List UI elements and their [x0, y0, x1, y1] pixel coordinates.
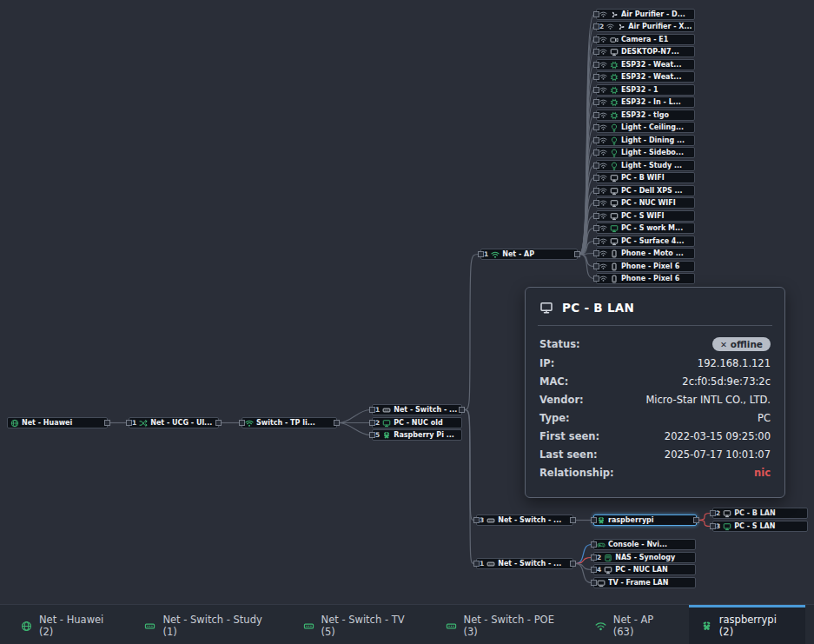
node-label: PC - NUC WIFI	[621, 198, 692, 208]
connector-port	[593, 74, 599, 80]
node-netap[interactable]: 1Net - AP	[480, 249, 578, 260]
node-ap19[interactable]: Phone - Moto ...	[596, 248, 695, 259]
node-label: Net - Huawei	[22, 418, 104, 428]
node-ap16[interactable]: PC - S WIFI	[596, 210, 695, 222]
node-ap9[interactable]: Light - Ceiling...	[596, 122, 695, 133]
detail-label: MAC:	[539, 375, 568, 388]
node-tvframe[interactable]: TV - Frame LAN	[593, 577, 696, 588]
node-ap15[interactable]: PC - NUC WIFI	[596, 197, 695, 209]
connector-port	[574, 251, 580, 257]
node-ap2[interactable]: Camera - E1	[596, 34, 695, 45]
connector-port	[593, 163, 599, 169]
node-label: Phone - Pixel 6	[621, 274, 692, 283]
connector-port	[593, 188, 599, 194]
node-rpi[interactable]: raspberrypi	[593, 515, 697, 526]
port-number-badge: 3	[716, 522, 720, 530]
node-ap10[interactable]: Light - Dining ...	[596, 135, 695, 146]
node-ap21[interactable]: Phone - Pixel 6	[596, 273, 695, 284]
port-number-badge: 2	[599, 23, 604, 30]
node-ap12[interactable]: Light - Study ...	[596, 160, 695, 171]
bulb-icon	[610, 149, 619, 157]
node-label: TV - Frame LAN	[608, 578, 692, 588]
node-ap11[interactable]: Light - Sidebo...	[596, 147, 695, 158]
node-console[interactable]: Console - Nvi...	[593, 539, 696, 550]
legend-tab-net-ap-63[interactable]: Net - AP (63)	[583, 605, 689, 644]
node-label: Net - AP	[502, 249, 574, 259]
chip-icon	[610, 73, 619, 82]
network-topology-app: Net - Huawei1Net - UCG - Ul...Switch - T…	[0, 0, 814, 644]
node-pc_s[interactable]: 3PC - S LAN	[712, 521, 808, 532]
node-nas[interactable]: 2NAS - Synology	[593, 552, 696, 563]
node-ap0[interactable]: Air Purifier - D...	[596, 9, 695, 20]
node-sw_c[interactable]: 1Net - Switch - ...	[476, 558, 573, 569]
wifi-icon	[599, 275, 607, 282]
node-ap17[interactable]: PC - S work M...	[596, 222, 695, 234]
node-ap1[interactable]: 2Air Purifier - X...	[596, 21, 695, 32]
legend-tab-net-switch-poe-3[interactable]: Net - Switch - POE (3)	[433, 605, 583, 644]
node-pc_b[interactable]: 2PC - B LAN	[712, 508, 808, 519]
port-number-badge: 1	[480, 560, 484, 568]
legend-tab-label: Net - AP (63)	[613, 614, 677, 638]
chip-icon	[610, 86, 619, 95]
node-nuc_old[interactable]: 2PC - NUC old	[372, 417, 462, 428]
connector-port	[593, 87, 599, 93]
raspberry-icon	[382, 431, 391, 440]
node-label: PC - Surface 4...	[621, 236, 692, 246]
node-ap20[interactable]: Phone - Pixel 6	[596, 261, 695, 272]
node-label: NAS - Synology	[615, 553, 692, 562]
port-number-badge: 2	[597, 554, 601, 561]
globe-icon	[10, 419, 19, 428]
legend-tab-net-switch-tv-5[interactable]: Net - Switch - TV (5)	[291, 605, 433, 644]
monitor-icon	[610, 224, 619, 233]
node-label: PC - S work M...	[621, 223, 692, 233]
node-ap5[interactable]: ESP32 - Weat...	[596, 71, 695, 83]
legend-tab-net-switch-study-1[interactable]: Net - Switch - Study (1)	[132, 605, 290, 644]
wifi-icon	[599, 162, 607, 169]
node-sw_b[interactable]: 3Net - Switch - ...	[476, 515, 573, 526]
monitor-icon	[610, 174, 619, 183]
node-ap4[interactable]: ESP32 - Weat...	[596, 59, 695, 70]
phone-icon	[610, 262, 619, 271]
node-label: Camera - E1	[621, 35, 692, 44]
switch-icon	[303, 621, 314, 632]
legend-tab-label: Net - Switch - Study (1)	[162, 614, 278, 638]
node-ap8[interactable]: ESP32 - tlgo	[596, 110, 695, 121]
node-label: ESP32 - In - L...	[621, 97, 692, 107]
connector-port	[593, 175, 599, 181]
tooltip-header: PC - B LAN	[538, 288, 772, 326]
legend-tab-net-huawei-2[interactable]: Net - Huawei (2)	[9, 605, 132, 644]
node-ap14[interactable]: PC - Dell XPS ...	[596, 185, 695, 196]
connector-port	[591, 554, 597, 561]
node-ap18[interactable]: PC - Surface 4...	[596, 236, 695, 247]
phone-icon	[610, 249, 619, 258]
node-label: PC - B LAN	[734, 508, 804, 518]
monitor-icon	[723, 522, 731, 531]
connector-port	[593, 49, 599, 55]
node-tplink[interactable]: Switch - TP li...	[242, 417, 337, 428]
detail-row: First seen:2022-03-15 09:25:00	[539, 430, 771, 442]
connector-port	[478, 251, 484, 257]
connector-port	[593, 23, 599, 30]
wifi-icon	[599, 249, 607, 257]
node-ap7[interactable]: ESP32 - In - L...	[596, 96, 695, 108]
node-ap13[interactable]: PC - B WIFI	[596, 172, 695, 183]
detail-label: First seen:	[539, 430, 599, 442]
wifi-icon	[599, 212, 607, 220]
node-label: PC - B WIFI	[621, 173, 692, 183]
legend-tab-raspberrypi-2[interactable]: raspberrypi (2)	[689, 605, 805, 644]
node-ap6[interactable]: ESP32 - 1	[596, 84, 695, 96]
node-huawei[interactable]: Net - Huawei	[7, 417, 108, 428]
detail-row: Status:✕offline	[539, 337, 771, 351]
node-label: ESP32 - tlgo	[621, 110, 692, 120]
port-number-badge: 1	[484, 250, 488, 258]
node-ap3[interactable]: DESKTOP-N7...	[596, 46, 695, 57]
wifi-icon	[599, 123, 607, 131]
chip-icon	[610, 111, 619, 120]
node-ucg[interactable]: 1Net - UCG - Ul...	[129, 417, 219, 428]
node-pcnuc[interactable]: 4PC - NUC LAN	[593, 564, 696, 575]
node-label: Switch - TP li...	[256, 418, 334, 428]
switch-icon	[486, 560, 495, 568]
node-rpi_old[interactable]: 5Raspberry Pi ...	[372, 429, 462, 441]
node-sw_poe[interactable]: 1Net - Switch - ...	[372, 404, 462, 415]
node-label: Net - Switch - ...	[498, 559, 570, 568]
